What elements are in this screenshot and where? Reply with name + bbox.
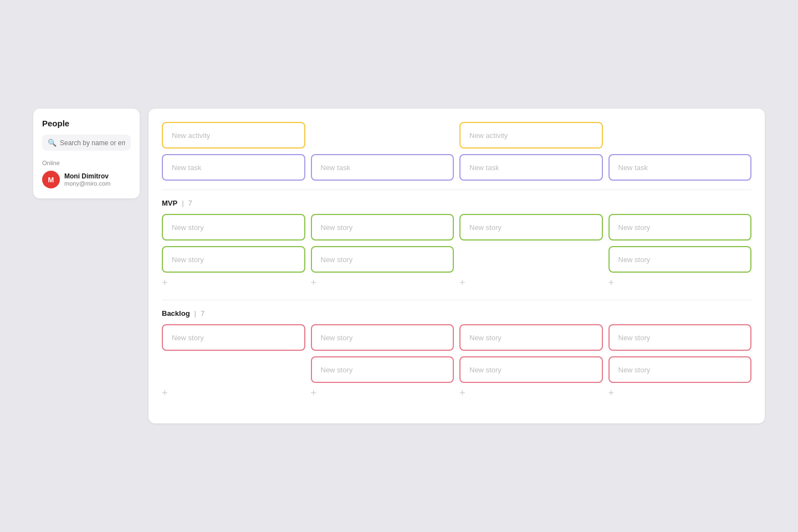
task-card-3[interactable]: New task — [459, 154, 603, 181]
avatar: M — [42, 171, 60, 188]
backlog-row-2: New story New story New story — [162, 356, 751, 383]
mvp-row-1: New story New story New story New story — [162, 214, 751, 241]
mvp-label: MVP — [162, 199, 177, 207]
backlog-add-row: + + + + — [162, 385, 751, 401]
task-cards-grid: New task New task New task New task — [162, 154, 751, 181]
search-icon: 🔍 — [48, 139, 57, 147]
backlog-story-7[interactable]: New story — [459, 356, 603, 383]
mvp-add-col2[interactable]: + — [311, 275, 454, 291]
mvp-add-col1[interactable]: + — [162, 275, 305, 291]
mvp-story-4[interactable]: New story — [608, 214, 752, 241]
mvp-section: MVP | 7 New story New story New story Ne… — [162, 199, 751, 291]
mvp-header: MVP | 7 — [162, 199, 751, 207]
mvp-count-value: 7 — [188, 199, 192, 207]
mvp-story-1[interactable]: New story — [162, 214, 305, 241]
search-input[interactable] — [60, 139, 125, 147]
online-label: Online — [42, 160, 131, 166]
main-board: New activity New activity New task New t… — [149, 109, 765, 423]
mvp-story-2[interactable]: New story — [311, 214, 454, 241]
backlog-row-1: New story New story New story New story — [162, 324, 751, 351]
divider-1 — [162, 190, 751, 190]
user-info: Moni Dimitrov mony@miro.com — [64, 172, 110, 187]
backlog-add-col3[interactable]: + — [459, 385, 603, 401]
people-panel: People 🔍 Online M Moni Dimitrov mony@mir… — [33, 109, 140, 198]
backlog-empty-col1 — [162, 356, 305, 383]
user-row: M Moni Dimitrov mony@miro.com — [42, 171, 131, 188]
backlog-section: Backlog | 7 New story New story New stor… — [162, 309, 751, 401]
backlog-add-col1[interactable]: + — [162, 385, 305, 401]
backlog-story-2[interactable]: New story — [311, 324, 454, 351]
empty-activity-2 — [311, 122, 454, 149]
people-title: People — [42, 119, 131, 128]
backlog-story-6[interactable]: New story — [311, 356, 454, 383]
backlog-header: Backlog | 7 — [162, 309, 751, 318]
mvp-story-8[interactable]: New story — [608, 246, 752, 273]
mvp-add-row: + + + + — [162, 275, 751, 291]
mvp-row-2: New story New story New story — [162, 246, 751, 273]
backlog-story-1[interactable]: New story — [162, 324, 305, 351]
backlog-story-3[interactable]: New story — [459, 324, 603, 351]
user-email: mony@miro.com — [64, 180, 110, 187]
activity-card-1[interactable]: New activity — [162, 122, 305, 149]
task-card-1[interactable]: New task — [162, 154, 305, 181]
activities-grid: New activity New activity — [162, 122, 751, 149]
backlog-add-col2[interactable]: + — [311, 385, 454, 401]
backlog-add-col4[interactable]: + — [608, 385, 752, 401]
backlog-count: 7 — [201, 309, 204, 318]
backlog-label: Backlog — [162, 309, 190, 318]
empty-activity-4 — [608, 122, 752, 149]
activity-card-3[interactable]: New activity — [459, 122, 603, 149]
mvp-story-3[interactable]: New story — [459, 214, 603, 241]
mvp-story-5[interactable]: New story — [162, 246, 305, 273]
mvp-empty-col3 — [459, 246, 603, 273]
task-card-4[interactable]: New task — [608, 154, 752, 181]
task-card-2[interactable]: New task — [311, 154, 454, 181]
mvp-story-6[interactable]: New story — [311, 246, 454, 273]
search-box[interactable]: 🔍 — [42, 135, 131, 151]
backlog-divider: | — [195, 309, 196, 318]
activities-section: New activity New activity New task New t… — [162, 122, 751, 181]
user-name: Moni Dimitrov — [64, 172, 110, 180]
divider-2 — [162, 300, 751, 300]
mvp-add-col4[interactable]: + — [608, 275, 752, 291]
backlog-story-4[interactable]: New story — [608, 324, 752, 351]
mvp-add-col3[interactable]: + — [459, 275, 603, 291]
mvp-count: | — [182, 199, 183, 207]
backlog-story-8[interactable]: New story — [608, 356, 752, 383]
